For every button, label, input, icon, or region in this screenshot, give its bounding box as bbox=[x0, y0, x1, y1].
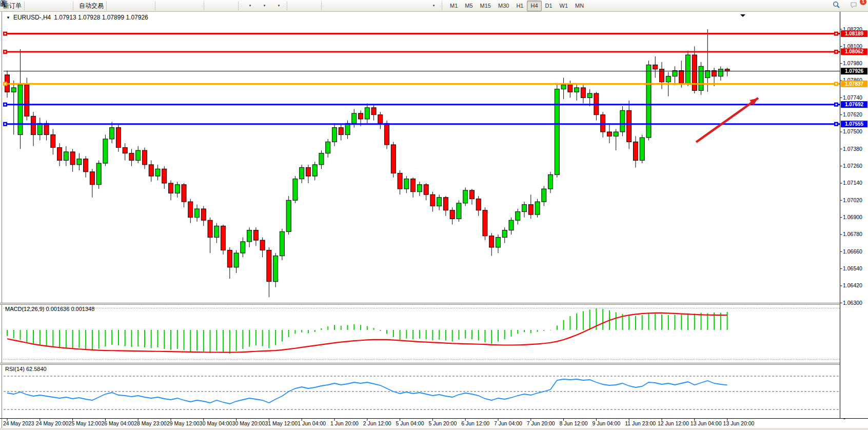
tile-windows-button[interactable] bbox=[188, 1, 203, 11]
candle-body bbox=[345, 123, 350, 134]
candle-body bbox=[169, 183, 173, 193]
channel-tool-button[interactable]: E bbox=[369, 1, 383, 11]
price-tick-label: 1.06780 bbox=[843, 231, 862, 237]
candle-body bbox=[561, 85, 566, 89]
window-bottom-edge bbox=[0, 428, 868, 430]
candle-body bbox=[44, 123, 49, 134]
chat-button[interactable]: 1 bbox=[850, 1, 864, 11]
time-tick-label: 12 Jun 12:00 bbox=[658, 420, 689, 426]
price-tick-label: 1.07740 bbox=[843, 94, 862, 101]
fibonacci-tool-button[interactable]: F bbox=[383, 1, 398, 11]
timeframe-button-m5[interactable]: M5 bbox=[461, 1, 476, 11]
candle-body bbox=[679, 71, 684, 84]
autotrading-button[interactable]: 自动交易 bbox=[77, 1, 105, 11]
time-tick-label: 6 Jun 12:00 bbox=[461, 420, 489, 426]
candle-body bbox=[705, 71, 710, 78]
market-watch-button[interactable] bbox=[29, 1, 43, 11]
price-tag-1.07692-label: 1.07692 bbox=[845, 102, 864, 107]
indicators-button[interactable]: ▾ bbox=[243, 1, 257, 11]
hline-handle-center bbox=[836, 51, 837, 52]
candle-body bbox=[96, 163, 101, 185]
timeframe-button-m1[interactable]: M1 bbox=[446, 1, 461, 11]
timeframe-button-m15[interactable]: M15 bbox=[477, 1, 495, 11]
navigator-button[interactable] bbox=[57, 1, 72, 11]
candle-body bbox=[489, 236, 494, 247]
candle-body bbox=[614, 132, 618, 136]
arrows-tool-button[interactable]: ▾ bbox=[426, 1, 441, 11]
text-tool-button[interactable]: A bbox=[398, 1, 412, 11]
hline-handle-center bbox=[5, 83, 6, 85]
timeframe-button-m30[interactable]: M30 bbox=[495, 1, 512, 11]
data-window-button[interactable] bbox=[43, 1, 57, 11]
current-price-tag-label: 1.07926 bbox=[845, 68, 864, 74]
candle-body bbox=[633, 142, 638, 160]
candle-body bbox=[241, 242, 245, 253]
candle-body bbox=[411, 179, 416, 192]
candle-body bbox=[175, 185, 180, 193]
toolbar-separator bbox=[321, 2, 325, 10]
search-button[interactable] bbox=[832, 1, 846, 11]
candle-body bbox=[201, 209, 206, 220]
time-tick-label: 24 May 20:00 bbox=[36, 420, 69, 426]
timeframe-button-mn[interactable]: MN bbox=[571, 1, 587, 11]
cursor-tool-button[interactable] bbox=[291, 1, 306, 11]
candle-body bbox=[77, 159, 82, 165]
price-tag-1.07555-label: 1.07555 bbox=[845, 121, 864, 127]
candle-body bbox=[273, 256, 278, 282]
price-tick-label: 1.07620 bbox=[843, 111, 862, 118]
candle-body bbox=[725, 69, 729, 71]
timeframe-button-d1[interactable]: D1 bbox=[542, 1, 556, 11]
price-tick-label: 1.06420 bbox=[843, 282, 862, 288]
candle-body bbox=[581, 88, 585, 97]
candle-body bbox=[84, 159, 88, 172]
time-tick-label: 7 Jun 20:00 bbox=[527, 420, 555, 426]
hline-handle-center bbox=[836, 104, 837, 105]
time-tick-label: 30 May 20:00 bbox=[232, 420, 265, 426]
candlestick-chart-button[interactable] bbox=[125, 1, 140, 11]
time-tick-label: 13 Jun 04:00 bbox=[691, 420, 722, 426]
zoom-out-button[interactable] bbox=[174, 1, 188, 11]
candle-body bbox=[542, 189, 546, 202]
price-tick-label: 1.06300 bbox=[843, 300, 862, 306]
horizontal-line-tool-button[interactable] bbox=[340, 1, 354, 11]
price-tag-1.08062-label: 1.08062 bbox=[845, 49, 864, 54]
hline-handle-center bbox=[5, 33, 6, 34]
price-chart-canvas: 0.0019860.00-0.0026610080501501.082201.0… bbox=[0, 0, 868, 430]
toolbar-separator bbox=[24, 2, 28, 10]
candle-body bbox=[699, 66, 703, 90]
chart-shift-button[interactable] bbox=[208, 1, 223, 11]
candle-body bbox=[339, 128, 343, 135]
toolbar-separator bbox=[204, 2, 207, 10]
arrows-icon bbox=[0, 0, 7, 7]
time-tick-label: 28 May 23:00 bbox=[134, 420, 167, 426]
toolbar-separator bbox=[106, 2, 110, 10]
zoom-in-button[interactable] bbox=[160, 1, 174, 11]
timeframe-button-w1[interactable]: W1 bbox=[556, 1, 572, 11]
candle-body bbox=[188, 202, 193, 218]
candle-body bbox=[627, 110, 632, 142]
candle-body bbox=[280, 231, 284, 256]
candle-body bbox=[437, 198, 442, 206]
candle-body bbox=[483, 210, 487, 236]
toolbar-separator bbox=[287, 2, 290, 10]
periods-button[interactable]: ▾ bbox=[257, 1, 271, 11]
price-tick-label: 1.06540 bbox=[843, 265, 862, 271]
auto-scroll-button[interactable] bbox=[223, 1, 237, 11]
one-click-trading-toggle-icon[interactable]: ▼ bbox=[6, 15, 10, 20]
candle-body bbox=[457, 203, 461, 219]
candle-body bbox=[640, 138, 644, 160]
candle-body bbox=[37, 123, 42, 134]
rsi-indicator-label: RSI(14) 62.5840 bbox=[5, 366, 47, 372]
text-label-tool-button[interactable]: T bbox=[412, 1, 426, 11]
timeframe-button-h4[interactable]: H4 bbox=[527, 1, 541, 11]
line-chart-button[interactable] bbox=[140, 1, 154, 11]
crosshair-tool-button[interactable] bbox=[306, 1, 320, 11]
vertical-line-tool-button[interactable] bbox=[326, 1, 340, 11]
candle-body bbox=[25, 85, 29, 116]
trendline-tool-button[interactable] bbox=[354, 1, 369, 11]
templates-button[interactable]: ▾ bbox=[271, 1, 286, 11]
candle-body bbox=[686, 55, 691, 84]
bar-chart-button[interactable] bbox=[111, 1, 125, 11]
price-tick-label: 1.07380 bbox=[843, 146, 862, 152]
timeframe-button-h1[interactable]: H1 bbox=[512, 1, 527, 11]
